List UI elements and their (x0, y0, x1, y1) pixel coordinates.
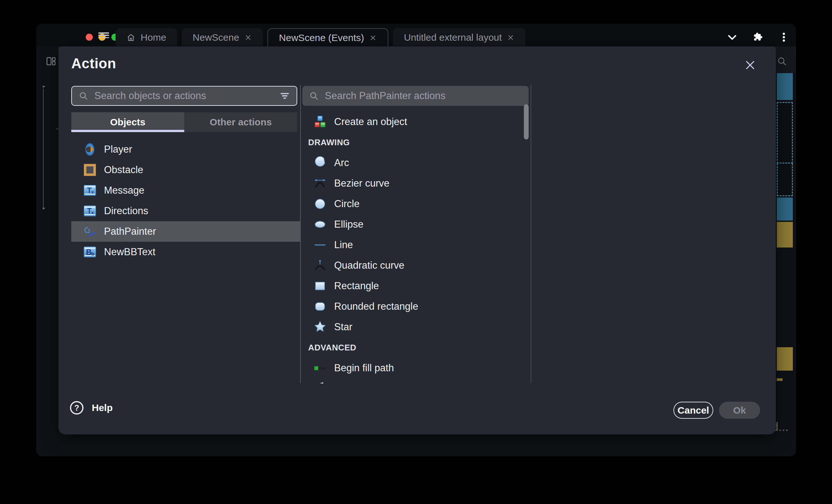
main-menu-icon[interactable] (98, 32, 109, 38)
action-label: Line (334, 239, 353, 251)
tab-newscene[interactable]: NewScene (182, 28, 263, 47)
comment-block-yellow (777, 347, 793, 371)
actions-search-input[interactable] (324, 90, 522, 102)
dots-vertical-icon[interactable] (778, 31, 790, 43)
path-painter-icon (83, 224, 97, 239)
section-header-advanced: ADVANCED (302, 337, 531, 358)
object-row-newbbtext[interactable]: BbNewBBText (71, 242, 300, 262)
action-row-circle[interactable]: Circle (302, 194, 531, 214)
tab-newscene-events[interactable]: NewScene (Events) (267, 28, 388, 47)
arc-icon (313, 156, 327, 170)
section-header-drawing: DRAWING (302, 132, 531, 152)
action-row-rectangle[interactable]: Rectangle (302, 276, 531, 296)
action-row-rounded-rectangle[interactable]: Rounded rectangle (302, 296, 531, 317)
panels-layout-icon[interactable] (45, 56, 57, 67)
action-label: Ellipse (334, 219, 363, 230)
svg-text:B: B (86, 248, 92, 256)
bezier-icon (313, 176, 327, 191)
tab-home[interactable]: Home (115, 28, 177, 47)
app-window: d... HomeNewSceneNewScene (Events)Untitl… (36, 24, 796, 456)
svg-text:?: ? (74, 403, 79, 412)
create-object-icon (313, 115, 327, 129)
tab-label: Home (140, 32, 166, 43)
filter-icon[interactable] (279, 90, 290, 101)
screen: d... HomeNewSceneNewScene (Events)Untitl… (0, 0, 832, 504)
tab-objects[interactable]: Objects (71, 112, 184, 132)
text-object-icon: Tx (83, 184, 97, 197)
action-row-begin-fill-path[interactable]: Begin fill path (302, 358, 531, 378)
begin-fill-path-icon (313, 361, 327, 375)
event-block-selected-dashed (777, 102, 793, 164)
circle-icon (313, 197, 327, 211)
tab-bar: HomeNewSceneNewScene (Events)Untitled ex… (115, 28, 530, 47)
chevron-down-icon[interactable] (726, 31, 738, 43)
objects-list: PlayerObstacleTxMessageTxDirectionsPathP… (71, 139, 300, 262)
svg-text:b: b (91, 251, 94, 256)
object-label: Player (104, 144, 132, 155)
object-row-obstacle[interactable]: Obstacle (71, 160, 300, 180)
action-label: Arc (334, 157, 349, 169)
close-x-icon[interactable] (744, 59, 756, 71)
player-icon (83, 142, 97, 157)
cancel-button[interactable]: Cancel (673, 402, 713, 419)
action-row-star[interactable]: Star (302, 317, 531, 337)
action-label: Quadratic curve (334, 260, 405, 271)
object-type-tabs: ObjectsOther actions (71, 112, 297, 132)
tab-label: NewScene (Events) (279, 32, 364, 43)
objects-search-box (71, 86, 297, 106)
tab-label: Untitled external layout (404, 32, 502, 43)
titlebar: HomeNewSceneNewScene (Events)Untitled ex… (36, 24, 796, 47)
event-block-selected-dashed (777, 164, 793, 196)
bbtext-icon: Bb (83, 245, 97, 259)
actions-list-edge (530, 85, 531, 383)
close-small-icon[interactable] (507, 34, 515, 41)
action-row-line[interactable]: Line (302, 235, 531, 255)
puzzle-icon[interactable] (752, 31, 764, 43)
close-small-icon[interactable] (244, 34, 252, 41)
help-button[interactable]: ? Help (69, 400, 113, 415)
comment-block-yellow (777, 222, 793, 248)
event-block-blue (777, 197, 793, 221)
ellipse-icon (313, 217, 327, 231)
object-row-player[interactable]: Player (71, 139, 300, 160)
actions-search-box (302, 86, 529, 106)
objects-search-input[interactable] (94, 90, 274, 102)
object-row-pathpainter[interactable]: PathPainter (71, 221, 300, 242)
action-label: Create an object (334, 116, 407, 128)
ok-button[interactable]: Ok (719, 402, 760, 419)
event-tree-line (43, 88, 44, 208)
triangle-down-icon[interactable] (40, 206, 47, 211)
comment-block-yellow-small (777, 378, 783, 381)
action-row-clipped[interactable] (302, 378, 531, 384)
svg-text:x: x (91, 210, 94, 215)
tab-untitled-external-layout[interactable]: Untitled external layout (393, 28, 525, 47)
action-dialog: Action ObjectsOther actions PlayerObstac… (58, 47, 776, 435)
action-label: Rectangle (334, 280, 379, 292)
event-color-blocks (777, 24, 793, 456)
action-label: Bezier curve (334, 178, 389, 189)
traffic-close-button[interactable] (86, 34, 93, 41)
tab-other-actions[interactable]: Other actions (184, 112, 297, 132)
object-row-message[interactable]: TxMessage (71, 180, 300, 201)
action-row-bezier-curve[interactable]: Bezier curve (302, 173, 531, 194)
action-row-quadratic-curve[interactable]: Quadratic curve (302, 255, 531, 276)
action-row-ellipse[interactable]: Ellipse (302, 214, 531, 235)
action-label: Circle (334, 198, 360, 210)
help-label: Help (92, 402, 113, 413)
action-row-arc[interactable]: Arc (302, 152, 531, 173)
triangle-down-icon[interactable] (40, 85, 47, 89)
star-icon (313, 320, 327, 334)
actions-list: Create an objectDRAWINGArcBezier curveCi… (302, 112, 531, 384)
action-label: Rounded rectangle (334, 301, 418, 312)
svg-text:T: T (87, 207, 92, 215)
dialog-title: Action (71, 55, 116, 72)
action-row-create-an-object[interactable]: Create an object (302, 112, 531, 132)
search-icon (78, 91, 88, 101)
action-label: Star (334, 321, 353, 333)
tab-label: NewScene (192, 32, 239, 43)
close-small-icon[interactable] (369, 34, 377, 42)
actions-scrollbar[interactable] (524, 104, 529, 139)
home-icon (127, 33, 135, 42)
object-row-directions[interactable]: TxDirections (71, 201, 300, 221)
text-object-icon: Tx (83, 204, 97, 218)
